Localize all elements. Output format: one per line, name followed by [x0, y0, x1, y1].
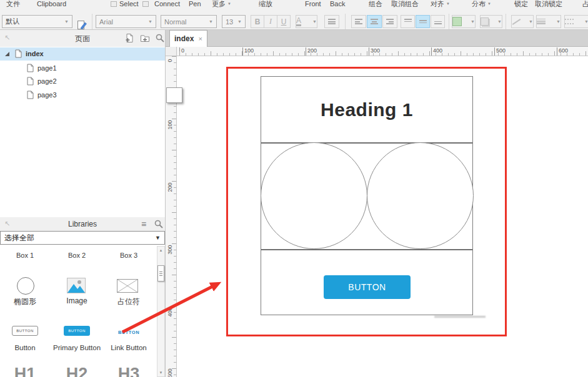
menu-front[interactable]: Front [305, 0, 321, 7]
tree-item-label: page2 [37, 77, 57, 85]
menu-ungroup[interactable]: 取消组合 [391, 0, 419, 7]
text-style-group: B I U [251, 15, 291, 28]
dropdown-arrow-icon: ▼ [526, 19, 533, 24]
canvas-tab-bar: index × [166, 30, 588, 47]
align-center-button[interactable] [367, 15, 382, 28]
red-annotation-rectangle [226, 67, 507, 336]
menu-clipped-item[interactable]: 占 [582, 0, 588, 7]
primary-button-widget-icon[interactable]: BUTTON [64, 326, 90, 336]
ruler-label: 400 [431, 47, 442, 56]
underline-button[interactable]: U [277, 15, 291, 28]
search-icon[interactable] [154, 219, 164, 229]
add-page-icon[interactable] [125, 33, 135, 43]
menu-more[interactable]: 更多▼ [212, 0, 231, 7]
library-item-h2[interactable]: H2 [49, 365, 105, 377]
ruler-label: 500 [494, 47, 506, 56]
select-mode-left-icon[interactable] [111, 1, 117, 7]
library-item-box2[interactable]: Box 2 [49, 252, 105, 259]
menu-file[interactable]: 文件 [6, 0, 20, 7]
ruler-label: 200 [306, 47, 317, 56]
library-item-button[interactable]: Button [0, 344, 53, 351]
font-color-button[interactable]: A ▼ [296, 15, 317, 28]
valign-top-button[interactable] [401, 15, 415, 28]
search-icon[interactable] [155, 33, 165, 43]
add-folder-icon[interactable] [140, 33, 150, 43]
library-item-h3[interactable]: H3 [101, 365, 157, 377]
libraries-scrollbar[interactable]: ▲ ▼ [157, 246, 165, 377]
placeholder-widget-icon[interactable] [117, 279, 138, 293]
shadow-button[interactable]: ▼ [480, 15, 502, 28]
library-item-link-button[interactable]: Link Button [101, 344, 157, 351]
line-weight-button[interactable]: ▼ [536, 15, 561, 28]
font-style-select[interactable]: Normal ▼ [161, 15, 217, 28]
ellipse-shape-icon[interactable] [17, 277, 34, 295]
library-filter-value: 选择全部 [4, 233, 34, 243]
menu-back[interactable]: Back [330, 0, 345, 7]
scroll-down-icon[interactable]: ▼ [157, 371, 164, 375]
library-item-ellipse[interactable]: 椭圆形 [0, 296, 53, 307]
close-icon[interactable]: × [199, 35, 202, 42]
fill-color-button[interactable]: ▼ [452, 15, 476, 28]
menu-zoom[interactable]: 缩放 [259, 0, 272, 7]
font-family-select[interactable]: Arial ▼ [96, 15, 156, 28]
line-style-button[interactable]: ▼ [564, 15, 588, 28]
tree-item-page2[interactable]: page2 [0, 75, 165, 88]
format-toolbar: 默认 ▼ Arial ▼ Normal ▼ 13 ▼ B I U A ▼ [0, 8, 588, 30]
library-item-placeholder[interactable]: 占位符 [101, 296, 157, 307]
menu-pen[interactable]: Pen [189, 0, 201, 7]
font-size-select[interactable]: 13 ▼ [222, 15, 246, 28]
menu-icon[interactable]: ≡ [141, 219, 146, 229]
format-painter-icon[interactable] [77, 20, 87, 30]
dropdown-arrow-icon: ▼ [146, 19, 152, 24]
bold-button[interactable]: B [251, 15, 264, 28]
menu-align[interactable]: 对齐▼ [431, 0, 450, 7]
ruler-drag-handle[interactable] [166, 87, 182, 103]
link-button-widget-icon[interactable]: BUTTON [116, 327, 142, 337]
library-item-box3[interactable]: Box 3 [101, 252, 157, 259]
menu-connect[interactable]: Connect [154, 0, 180, 7]
ruler-label: 0 [179, 47, 184, 56]
tab-index[interactable]: index × [169, 30, 207, 47]
toolbar-separator [92, 14, 92, 29]
library-item-primary-button[interactable]: Primary Button [49, 344, 105, 351]
fill-color-swatch-icon [452, 17, 462, 26]
align-left-icon [355, 19, 362, 24]
italic-button[interactable]: I [264, 15, 277, 28]
image-widget-icon[interactable] [67, 278, 86, 293]
ruler-label: 500 [167, 367, 173, 377]
library-item-box1[interactable]: Box 1 [0, 252, 53, 259]
page-icon [27, 91, 34, 99]
scroll-up-icon[interactable]: ▲ [157, 248, 164, 252]
menu-clipboard[interactable]: Clipboard [37, 0, 66, 7]
style-preset-select[interactable]: 默认 ▼ [2, 15, 72, 28]
expand-collapse-icon[interactable] [5, 52, 9, 56]
scrollbar-handle[interactable] [157, 265, 164, 282]
libraries-panel: ↖ Libraries ≡ 选择全部 ▼ Box 1 Box 2 Box 3 椭… [0, 217, 166, 377]
library-item-image[interactable]: Image [49, 296, 105, 305]
menu-lock[interactable]: 锁定 [514, 0, 528, 7]
library-filter-select[interactable]: 选择全部 ▼ [0, 231, 165, 245]
library-item-h1[interactable]: H1 [0, 365, 53, 377]
align-right-button[interactable] [382, 15, 397, 28]
line-color-button[interactable]: ▼ [511, 15, 534, 28]
menu-select[interactable]: Select [119, 0, 139, 7]
ruler-label: 300 [369, 47, 380, 56]
align-left-button[interactable] [351, 15, 366, 28]
menu-more-label: 更多 [212, 0, 226, 7]
button-widget-icon[interactable]: BUTTON [12, 326, 38, 336]
tree-item-page1[interactable]: page1 [0, 62, 165, 75]
valign-bottom-button[interactable] [431, 15, 445, 28]
vertical-ruler: 0 100 200 300 400 500 [166, 56, 177, 377]
menu-group[interactable]: 组合 [369, 0, 382, 7]
dropdown-arrow-icon: ▼ [235, 19, 242, 24]
valign-middle-button[interactable] [416, 15, 430, 28]
list-style-button[interactable] [324, 15, 339, 28]
menu-unlock[interactable]: 取消锁定 [535, 0, 562, 7]
tree-item-index[interactable]: index [0, 47, 165, 61]
menu-distribute[interactable]: 分布▼ [472, 0, 491, 7]
ruler-label: 300 [167, 243, 173, 256]
select-mode-right-icon[interactable] [142, 1, 149, 7]
ruler-label: 600 [557, 47, 568, 56]
tree-item-page3[interactable]: page3 [0, 89, 165, 102]
font-style-value: Normal [164, 18, 186, 26]
